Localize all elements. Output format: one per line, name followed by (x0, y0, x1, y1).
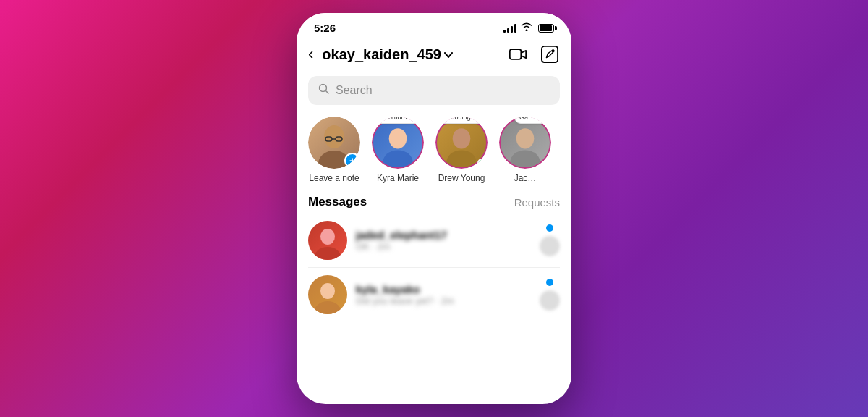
drew-avatar: Finally landing in NYC! ❤️ (435, 117, 488, 169)
wifi-icon (521, 22, 532, 33)
kyra-note-bubble: Why is tomorrow Monday!? 😤 (372, 117, 424, 124)
message-small-avatar-1 (540, 236, 560, 256)
add-note-button[interactable]: + (344, 153, 360, 169)
back-button[interactable]: ‹ (308, 45, 313, 64)
jack-name-label: Jac… (514, 173, 537, 183)
online-indicator (477, 159, 486, 167)
message-list: jaded_elephant17 OK · 2m k (297, 214, 571, 321)
messages-title: Messages (308, 195, 367, 209)
svg-point-12 (516, 128, 535, 148)
kyra-name-label: Kyra Marie (377, 173, 419, 183)
message-avatar-1 (308, 221, 347, 260)
message-username-1: jaded_elephant17 (356, 229, 531, 241)
drew-note-bubble: Finally landing in NYC! ❤️ (435, 117, 488, 124)
svg-point-16 (320, 283, 335, 299)
drew-name-label: Drew Young (438, 173, 485, 183)
status-time: 5:26 (314, 22, 336, 34)
nav-icons (508, 44, 560, 64)
chevron-down-icon[interactable] (444, 49, 453, 60)
stories-row: + Leave a note Why is tomorrow Monday!? … (297, 111, 571, 189)
username-label[interactable]: okay_kaiden_459 (322, 46, 441, 63)
message-right-2 (540, 279, 560, 311)
message-item-2[interactable]: kyla_kayako Did you leave yet? · 2m (297, 268, 571, 321)
svg-point-14 (320, 229, 335, 245)
message-preview-1: OK · 2m (356, 241, 531, 252)
svg-point-9 (383, 150, 413, 167)
messages-header: Messages Requests (297, 189, 571, 214)
unread-dot-2 (546, 279, 553, 286)
nav-bar: ‹ okay_kaiden_459 (297, 38, 571, 70)
message-small-avatar-2 (540, 290, 560, 311)
svg-point-11 (446, 150, 477, 167)
message-content-1: jaded_elephant17 OK · 2m (356, 229, 531, 252)
message-username-2: kyla_kayako (356, 283, 531, 295)
phone-frame: 5:26 ‹ okay_kaiden_459 (297, 13, 571, 404)
story-item-drew[interactable]: Finally landing in NYC! ❤️ Drew Young (435, 117, 488, 183)
svg-rect-1 (542, 46, 558, 62)
story-item-jack[interactable]: Ga… w… Jac… (499, 117, 551, 183)
search-bar[interactable]: Search (308, 76, 560, 105)
svg-rect-0 (510, 49, 521, 59)
signal-bars-icon (503, 24, 516, 33)
messages-section: Messages Requests jaded_elephant17 OK · … (297, 189, 571, 404)
requests-link[interactable]: Requests (514, 196, 560, 208)
unread-dot-1 (546, 224, 553, 232)
jack-avatar: Ga… w… (499, 117, 551, 169)
message-avatar-2 (308, 275, 347, 314)
status-bar: 5:26 (297, 13, 571, 38)
video-call-button[interactable] (508, 44, 528, 64)
message-right-1 (540, 224, 560, 256)
svg-point-10 (453, 128, 471, 148)
message-item[interactable]: jaded_elephant17 OK · 2m (297, 214, 571, 267)
username-container: okay_kaiden_459 (322, 46, 499, 63)
story-item-own[interactable]: + Leave a note (308, 117, 360, 183)
kyra-avatar: Why is tomorrow Monday!? 😤 (372, 117, 424, 169)
compose-button[interactable] (540, 44, 560, 64)
message-content-2: kyla_kayako Did you leave yet? · 2m (356, 283, 531, 306)
svg-point-8 (389, 128, 407, 148)
own-story-label: Leave a note (309, 173, 359, 183)
own-avatar: + (308, 117, 360, 169)
svg-point-13 (510, 150, 540, 167)
message-preview-2: Did you leave yet? · 2m (356, 295, 531, 306)
svg-point-15 (315, 247, 341, 260)
search-icon (318, 83, 330, 98)
search-placeholder: Search (336, 84, 373, 97)
battery-icon (538, 24, 554, 33)
status-icons (503, 22, 554, 33)
story-item-kyra[interactable]: Why is tomorrow Monday!? 😤 Kyra Marie (372, 117, 424, 183)
svg-point-17 (315, 301, 341, 314)
jack-note-bubble: Ga… w… (514, 117, 551, 124)
